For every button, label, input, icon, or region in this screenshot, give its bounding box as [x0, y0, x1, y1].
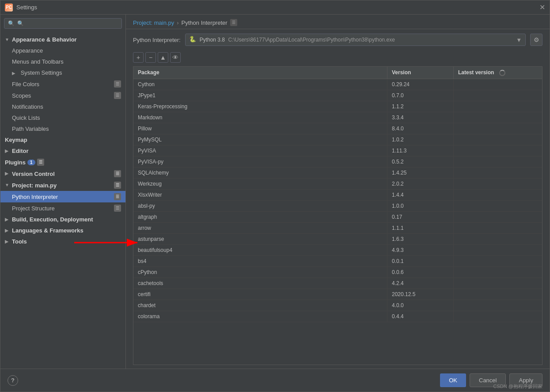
- sidebar-item-appearance-behavior[interactable]: ▼ Appearance & Behavior: [0, 34, 125, 45]
- sidebar-item-plugins[interactable]: Plugins 1 ☰: [0, 156, 125, 168]
- table-row[interactable]: cachetools4.2.4: [133, 278, 542, 289]
- sidebar-item-appearance[interactable]: Appearance: [0, 45, 125, 56]
- sidebar-item-menus-toolbars[interactable]: Menus and Toolbars: [0, 56, 125, 67]
- table-body: Cython0.29.24JPype10.7.0Keras-Preprocess…: [133, 79, 542, 365]
- sidebar-item-path-variables[interactable]: Path Variables: [0, 123, 125, 134]
- breadcrumb-project-link[interactable]: Project: main.py: [133, 19, 174, 26]
- table-row[interactable]: Pillow8.4.0: [133, 123, 542, 134]
- sidebar-item-editor[interactable]: ▶ Editor: [0, 145, 125, 156]
- sidebar-item-label: Editor: [12, 148, 29, 154]
- sidebar-item-keymap[interactable]: Keymap: [0, 134, 125, 145]
- close-button[interactable]: ✕: [539, 4, 545, 11]
- sidebar-item-label: Project Structure: [12, 205, 55, 212]
- table-row[interactable]: Markdown3.3.4: [133, 112, 542, 123]
- sidebar-item-scopes[interactable]: Scopes ☰: [0, 90, 125, 101]
- help-button[interactable]: ?: [8, 375, 18, 386]
- table-cell-latest: [454, 179, 542, 189]
- gear-button[interactable]: ⚙: [530, 34, 542, 46]
- table-cell-version: 1.4.25: [387, 167, 454, 178]
- expand-icon: ▼: [5, 183, 10, 188]
- expand-icon: ▶: [5, 239, 10, 244]
- table-cell-package: XlsxWriter: [133, 190, 387, 200]
- search-box[interactable]: 🔍: [4, 18, 122, 29]
- col-latest: Latest version: [454, 67, 542, 79]
- table-cell-version: 0.7.0: [387, 90, 454, 101]
- table-row[interactable]: colorama0.4.4: [133, 311, 542, 322]
- add-package-button[interactable]: +: [133, 52, 144, 63]
- table-row[interactable]: certifi2020.12.5: [133, 289, 542, 300]
- table-row[interactable]: arrow1.1.1: [133, 223, 542, 234]
- table-row[interactable]: bs40.0.1: [133, 256, 542, 267]
- show-button[interactable]: 👁: [170, 52, 181, 63]
- table-cell-package: astunparse: [133, 234, 387, 244]
- sidebar-item-label: Path Variables: [12, 126, 49, 132]
- sidebar-item-label: Quick Lists: [12, 114, 40, 121]
- table-row[interactable]: absl-py1.0.0: [133, 201, 542, 212]
- sidebar-item-quick-lists[interactable]: Quick Lists: [0, 112, 125, 123]
- table-cell-package: cachetools: [133, 278, 387, 289]
- watermark: CSDN @抱程序媛回家: [493, 383, 542, 390]
- breadcrumb-current: Python Interpreter: [182, 19, 228, 26]
- ok-button[interactable]: OK: [440, 373, 466, 387]
- table-cell-version: 4.0.0: [387, 300, 454, 311]
- sidebar-item-label: File Colors: [12, 81, 39, 88]
- table-cell-version: 1.6.3: [387, 234, 454, 244]
- table-cell-version: 1.0.0: [387, 201, 454, 211]
- main-panel: Project: main.py › Python Interpreter ☰ …: [126, 15, 550, 369]
- table-row[interactable]: cPython0.0.6: [133, 267, 542, 278]
- table-cell-version: 1.0.2: [387, 134, 454, 145]
- table-cell-package: Cython: [133, 79, 387, 90]
- table-cell-version: 2.0.2: [387, 179, 454, 189]
- table-cell-package: cPython: [133, 267, 387, 278]
- sidebar-item-notifications[interactable]: Notifications: [0, 101, 125, 112]
- table-cell-package: arrow: [133, 223, 387, 233]
- dropdown-arrow-icon: ▼: [516, 37, 522, 43]
- table-row[interactable]: SQLAlchemy1.4.25: [133, 167, 542, 179]
- sidebar-item-languages-frameworks[interactable]: ▶ Languages & Frameworks: [0, 225, 125, 236]
- bottom-bar: ? OK Cancel Apply: [0, 369, 550, 392]
- table-cell-latest: [454, 190, 542, 200]
- table-row[interactable]: altgraph0.17: [133, 212, 542, 223]
- table-cell-package: bs4: [133, 256, 387, 266]
- interpreter-select[interactable]: 🐍 Python 3.8 C:\Users\86177\AppData\Loca…: [185, 34, 526, 46]
- sidebar-item-file-colors[interactable]: File Colors ☰: [0, 78, 125, 90]
- table-cell-latest: [454, 101, 542, 112]
- up-button[interactable]: ▲: [158, 52, 168, 63]
- interpreter-path: C:\Users\86177\AppData\Local\Programs\Py…: [228, 37, 395, 43]
- sidebar-item-label: Appearance: [12, 47, 43, 54]
- sidebar-item-label: Python Interpreter: [12, 194, 58, 200]
- table-row[interactable]: Werkzeug2.0.2: [133, 179, 542, 190]
- breadcrumb-icon[interactable]: ☰: [230, 19, 237, 26]
- search-input[interactable]: [17, 20, 118, 27]
- breadcrumb-separator: ›: [177, 19, 178, 26]
- packages-toolbar: + − ▲ 👁: [126, 50, 550, 66]
- table-row[interactable]: XlsxWriter1.4.4: [133, 190, 542, 201]
- remove-package-button[interactable]: −: [145, 52, 156, 63]
- sidebar-item-project-structure[interactable]: Project Structure ☰: [0, 202, 125, 214]
- table-row[interactable]: PyMySQL1.0.2: [133, 134, 542, 145]
- table-cell-latest: [454, 256, 542, 266]
- table-cell-latest: [454, 90, 542, 101]
- table-row[interactable]: chardet4.0.0: [133, 300, 542, 311]
- table-row[interactable]: PyVISA-py0.5.2: [133, 156, 542, 167]
- table-row[interactable]: JPype10.7.0: [133, 90, 542, 101]
- settings-window: PC Settings ✕ 🔍 ▼ Appearance & Behavior …: [0, 0, 550, 392]
- sidebar-item-project-main[interactable]: ▼ Project: main.py ☰: [0, 179, 125, 191]
- table-cell-version: 0.5.2: [387, 156, 454, 167]
- table-cell-package: JPype1: [133, 90, 387, 101]
- sidebar: 🔍 ▼ Appearance & Behavior Appearance Men…: [0, 15, 126, 369]
- loading-spinner: [499, 70, 505, 76]
- table-cell-latest: [454, 112, 542, 123]
- table-row[interactable]: PyVISA1.11.3: [133, 145, 542, 156]
- sidebar-item-version-control[interactable]: ▶ Version Control ☰: [0, 168, 125, 179]
- sidebar-item-python-interpreter[interactable]: Python Interpreter ☰: [0, 191, 125, 202]
- table-row[interactable]: Cython0.29.24: [133, 79, 542, 90]
- table-cell-package: Markdown: [133, 112, 387, 123]
- table-row[interactable]: astunparse1.6.3: [133, 234, 542, 245]
- table-row[interactable]: beautifulsoup44.9.3: [133, 245, 542, 256]
- sidebar-item-build-execution[interactable]: ▶ Build, Execution, Deployment: [0, 214, 125, 225]
- sidebar-item-label: Menus and Toolbars: [12, 58, 64, 65]
- table-row[interactable]: Keras-Preprocessing1.1.2: [133, 101, 542, 112]
- sidebar-item-tools[interactable]: ▶ Tools: [0, 236, 125, 247]
- sidebar-item-system-settings[interactable]: ▶ System Settings: [0, 67, 125, 78]
